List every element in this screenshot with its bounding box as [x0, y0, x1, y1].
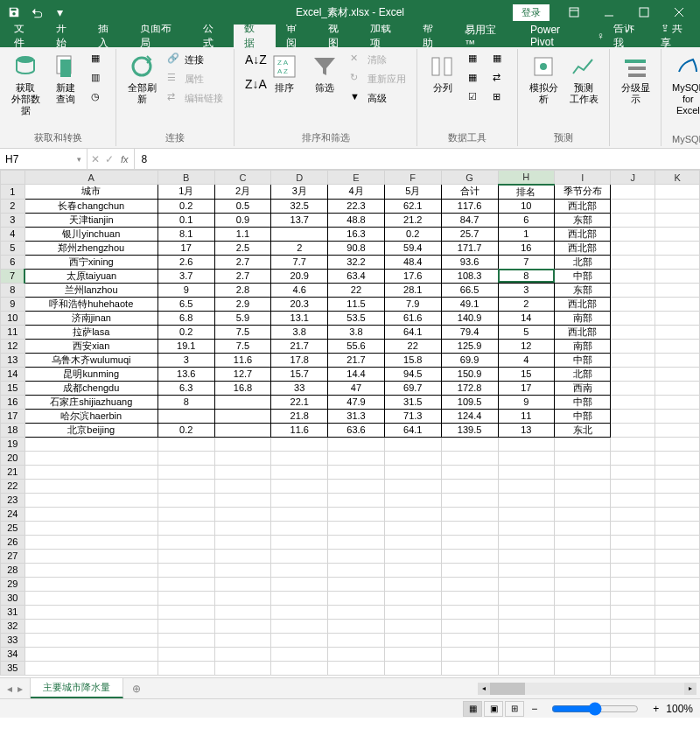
fx-icon[interactable]: fx — [119, 154, 130, 165]
cell[interactable] — [271, 647, 328, 661]
row-header[interactable]: 15 — [1, 381, 25, 395]
cell[interactable] — [328, 437, 385, 451]
cell[interactable] — [384, 577, 441, 591]
cell[interactable] — [441, 633, 498, 647]
cell[interactable] — [271, 521, 328, 535]
cell[interactable] — [214, 563, 271, 577]
cell[interactable] — [214, 507, 271, 521]
cell[interactable] — [271, 633, 328, 647]
cell[interactable] — [655, 381, 700, 395]
cell[interactable] — [24, 493, 158, 507]
cell[interactable] — [158, 521, 214, 535]
cell[interactable] — [24, 521, 158, 535]
cell[interactable] — [611, 437, 655, 451]
cell[interactable]: 6 — [498, 213, 554, 227]
cell[interactable]: 31.5 — [384, 395, 441, 409]
cell[interactable]: 中部 — [555, 353, 611, 367]
cell[interactable]: 2.9 — [214, 297, 271, 311]
cell[interactable]: 22.1 — [271, 395, 328, 409]
menu-tab[interactable]: 插入 — [88, 25, 130, 47]
cell[interactable]: 59.4 — [384, 241, 441, 255]
cell[interactable] — [441, 451, 498, 465]
cell[interactable]: 石家庄shijiazhuang — [24, 395, 158, 409]
row-header[interactable]: 16 — [1, 395, 25, 409]
mysql-button[interactable]: MySQLfor Excel — [668, 51, 700, 119]
recent-sources-button[interactable]: ◷ — [88, 89, 108, 107]
forecast-sheet-button[interactable]: 预测工作表 — [565, 51, 602, 107]
cell[interactable] — [24, 507, 158, 521]
cell[interactable] — [24, 619, 158, 633]
cell[interactable]: 47.9 — [328, 395, 385, 409]
column-header[interactable]: F — [384, 171, 441, 185]
cell[interactable]: 城市 — [24, 185, 158, 200]
row-header[interactable]: 2 — [1, 199, 25, 213]
cell[interactable]: 7.9 — [384, 297, 441, 311]
row-header[interactable]: 23 — [1, 493, 25, 507]
cell[interactable] — [158, 409, 214, 423]
cell[interactable] — [214, 465, 271, 479]
cell[interactable] — [611, 311, 655, 325]
share-label[interactable]: ⇪ 共享 — [661, 21, 693, 51]
cell[interactable]: 兰州lanzhou — [24, 283, 158, 297]
cell[interactable] — [384, 661, 441, 675]
cell[interactable] — [214, 633, 271, 647]
cell[interactable] — [384, 535, 441, 549]
cell[interactable]: 49.1 — [441, 297, 498, 311]
cell[interactable]: 2.5 — [214, 241, 271, 255]
page-layout-view-button[interactable]: ▣ — [484, 701, 503, 717]
cell[interactable] — [328, 577, 385, 591]
cell[interactable] — [655, 283, 700, 297]
cell[interactable] — [158, 563, 214, 577]
cell[interactable] — [328, 605, 385, 619]
horizontal-scrollbar[interactable]: ◂ ▸ — [478, 683, 696, 695]
cell[interactable] — [555, 605, 611, 619]
cell[interactable] — [384, 549, 441, 563]
cell[interactable] — [384, 493, 441, 507]
cell[interactable]: 109.5 — [441, 395, 498, 409]
cell[interactable] — [158, 619, 214, 633]
cell[interactable] — [498, 465, 554, 479]
cell[interactable]: 中部 — [555, 269, 611, 283]
cell[interactable]: 0.2 — [158, 199, 214, 213]
cell[interactable] — [611, 647, 655, 661]
cell[interactable]: 12.7 — [214, 367, 271, 381]
cell[interactable] — [655, 521, 700, 535]
cell[interactable] — [655, 199, 700, 213]
cell[interactable]: 61.6 — [384, 311, 441, 325]
cell[interactable] — [611, 409, 655, 423]
cell[interactable] — [611, 423, 655, 437]
row-header[interactable]: 5 — [1, 241, 25, 255]
outline-button[interactable]: 分级显示 — [617, 51, 654, 107]
cell[interactable] — [555, 437, 611, 451]
column-header[interactable]: A — [24, 171, 158, 185]
column-header[interactable]: G — [441, 171, 498, 185]
cell[interactable] — [271, 661, 328, 675]
cell[interactable]: 11.6 — [271, 423, 328, 437]
cell[interactable] — [214, 493, 271, 507]
cell[interactable] — [328, 493, 385, 507]
cell[interactable]: 64.1 — [384, 423, 441, 437]
cell[interactable] — [384, 647, 441, 661]
row-header[interactable]: 13 — [1, 353, 25, 367]
column-header[interactable]: H — [498, 171, 554, 185]
flash-fill-button[interactable]: ▦ — [465, 51, 486, 68]
cell[interactable]: 16.3 — [328, 227, 385, 241]
cell[interactable]: 21.8 — [271, 409, 328, 423]
cell[interactable]: 0.2 — [158, 423, 214, 437]
cell[interactable]: 9 — [158, 283, 214, 297]
cell[interactable] — [271, 605, 328, 619]
column-header[interactable]: K — [655, 171, 700, 185]
cell[interactable] — [384, 465, 441, 479]
cell[interactable]: 3月 — [271, 185, 328, 200]
remove-duplicates-button[interactable]: ▦ — [465, 70, 486, 88]
cell[interactable] — [498, 479, 554, 493]
cell[interactable]: 6.8 — [158, 311, 214, 325]
cell[interactable] — [655, 591, 700, 605]
cell[interactable] — [655, 213, 700, 227]
cell[interactable] — [655, 311, 700, 325]
cell[interactable] — [655, 395, 700, 409]
formula-input[interactable]: 8 — [135, 149, 700, 169]
cell[interactable]: 71.3 — [384, 409, 441, 423]
sort-desc-button[interactable]: Z↓A — [242, 75, 262, 93]
cell[interactable] — [655, 409, 700, 423]
